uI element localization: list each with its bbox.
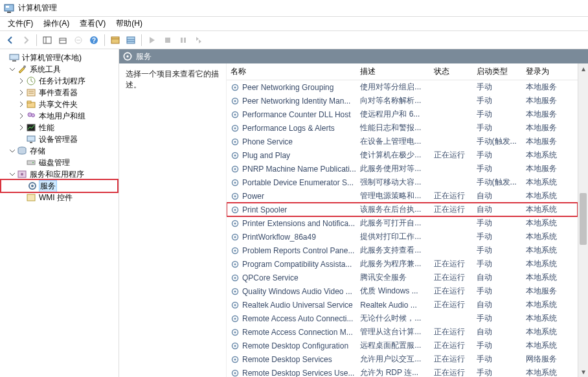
svg-point-67 <box>234 249 236 251</box>
clock-icon <box>26 76 36 86</box>
service-row[interactable]: Portable Device Enumerator S...强制可移动大容..… <box>227 176 578 189</box>
service-start: 自动 <box>473 203 522 216</box>
service-start: 自动 <box>473 298 522 312</box>
expand-icon[interactable] <box>17 76 26 86</box>
twisty-icon <box>17 158 26 167</box>
service-start: 手动 <box>473 339 522 352</box>
service-desc: 使计算机在极少... <box>356 148 430 162</box>
menu-help[interactable]: 帮助(H) <box>111 17 148 30</box>
scroll-down-icon[interactable]: ▾ <box>578 367 588 377</box>
storage-icon <box>17 146 27 156</box>
service-row[interactable]: Remote Desktop Configuration远程桌面配置服...正在… <box>227 339 578 352</box>
service-row[interactable]: Performance Logs & Alerts性能日志和警报...手动本地服… <box>227 121 578 135</box>
tree-performance[interactable]: 性能 <box>38 122 56 133</box>
scroll-thumb[interactable] <box>580 193 587 245</box>
service-row[interactable]: Remote Desktop Services允许用户以交互...正在运行手动网… <box>227 352 578 366</box>
details-view-button[interactable] <box>107 33 123 47</box>
expand-icon[interactable] <box>17 100 26 109</box>
expand-icon[interactable] <box>17 123 26 132</box>
service-row[interactable]: Peer Networking Identity Man...向对等名称解析..… <box>227 94 578 108</box>
export-button[interactable] <box>71 33 86 47</box>
svg-rect-1 <box>6 6 9 8</box>
service-row[interactable]: Remote Access Connection M...管理从这台计算...正… <box>227 325 578 339</box>
col-start-type[interactable]: 启动类型 <box>473 63 522 80</box>
service-row[interactable]: Remote Access Auto Connecti...无论什么时候，...… <box>227 312 578 325</box>
column-headers[interactable]: 名称 描述 状态 启动类型 登录为 <box>227 63 578 80</box>
service-row[interactable]: QPCore Service腾讯安全服务正在运行自动本地系统 <box>227 271 578 284</box>
menu-action[interactable]: 操作(A) <box>38 17 74 30</box>
start-service-button[interactable] <box>144 33 160 47</box>
service-name: Remote Access Auto Connecti... <box>242 314 353 323</box>
tree-local-users[interactable]: 本地用户和组 <box>38 111 87 122</box>
service-name: Quality Windows Audio Video ... <box>242 287 352 296</box>
service-row[interactable]: Peer Networking Grouping使用对等分组启...手动本地服务 <box>227 80 578 95</box>
tree-system-tools[interactable]: 系统工具 <box>28 64 62 75</box>
tree-services-apps[interactable]: 服务和应用程序 <box>28 169 85 180</box>
service-row[interactable]: PNRP Machine Name Publicati...此服务使用对等...… <box>227 162 578 176</box>
expand-icon[interactable] <box>17 88 26 97</box>
service-logon: 本地服务 <box>522 284 578 298</box>
service-desc: 远程桌面配置服... <box>356 339 430 352</box>
svg-rect-17 <box>184 38 186 43</box>
menu-file[interactable]: 文件(F) <box>3 17 38 30</box>
tree-device-manager[interactable]: 设备管理器 <box>38 134 79 145</box>
app-icon <box>4 3 14 14</box>
tree-task-scheduler[interactable]: 任务计划程序 <box>38 76 87 87</box>
expand-icon[interactable] <box>8 146 17 155</box>
service-row[interactable]: PrintWorkflow_86a49提供对打印工作...手动本地系统 <box>227 230 578 244</box>
computer-icon <box>9 52 19 63</box>
properties-button[interactable] <box>55 33 71 47</box>
pause-service-button[interactable] <box>175 33 191 47</box>
vertical-scrollbar[interactable]: ▴ ▾ <box>578 63 588 377</box>
svg-rect-12 <box>127 37 135 43</box>
tree-storage[interactable]: 存储 <box>28 146 47 157</box>
service-row[interactable]: Problem Reports Control Pane...此服务支持查看..… <box>227 244 578 257</box>
svg-point-77 <box>234 317 236 319</box>
col-status[interactable]: 状态 <box>430 63 472 80</box>
expand-icon[interactable] <box>17 111 26 120</box>
tree-root[interactable]: 计算机管理(本地) <box>21 52 83 63</box>
scroll-up-icon[interactable]: ▴ <box>578 63 588 74</box>
tree-event-viewer[interactable]: 事件查看器 <box>38 87 79 98</box>
navigation-tree[interactable]: 计算机管理(本地) 系统工具 任务计划程序 事件查看器 共享文件夹 <box>0 49 119 377</box>
col-logon-as[interactable]: 登录为 <box>522 63 578 80</box>
help-button[interactable]: ? <box>86 33 102 47</box>
gear-icon <box>231 124 240 133</box>
gear-icon <box>231 341 240 350</box>
col-name[interactable]: 名称 <box>227 63 356 80</box>
service-row[interactable]: Remote Desktop Services Use...允许为 RDP 连.… <box>227 366 578 377</box>
expand-icon[interactable] <box>8 170 17 179</box>
service-row[interactable]: Phone Service在设备上管理电...手动(触发...本地服务 <box>227 135 578 148</box>
list-view-button[interactable] <box>123 33 139 47</box>
show-hide-tree-button[interactable] <box>40 33 55 47</box>
svg-point-20 <box>23 65 26 68</box>
expand-icon[interactable] <box>8 65 17 74</box>
menu-view[interactable]: 查看(V) <box>74 17 111 30</box>
twisty-icon[interactable] <box>0 53 9 62</box>
svg-point-53 <box>234 154 236 156</box>
service-row[interactable]: Performance Counter DLL Host使远程用户和 6...手… <box>227 108 578 121</box>
restart-service-button[interactable] <box>191 33 207 47</box>
service-desc: 使用对等分组启... <box>356 80 430 95</box>
device-manager-icon <box>26 134 36 144</box>
forward-button[interactable] <box>18 33 34 47</box>
service-row[interactable]: Print Spooler该服务在后台执...正在运行自动本地系统 <box>227 203 578 216</box>
service-start: 手动(触发... <box>473 135 522 148</box>
service-row[interactable]: Realtek Audio Universal ServiceRealtek A… <box>227 298 578 312</box>
service-row[interactable]: Power管理电源策略和...正在运行自动本地系统 <box>227 189 578 203</box>
svg-rect-19 <box>12 60 16 62</box>
service-row[interactable]: Quality Windows Audio Video ...优质 Window… <box>227 284 578 298</box>
service-row[interactable]: Printer Extensions and Notifica...此服务可打开… <box>227 216 578 230</box>
services-list[interactable]: 名称 描述 状态 启动类型 登录为 Peer Networking Groupi… <box>227 63 578 377</box>
service-row[interactable]: Program Compatibility Assista...此服务为程序兼.… <box>227 257 578 271</box>
tree-services[interactable]: 服务 <box>39 180 57 192</box>
stop-service-button[interactable] <box>160 33 175 47</box>
col-desc[interactable]: 描述 <box>356 63 430 80</box>
service-name: Peer Networking Grouping <box>242 83 334 92</box>
tree-disk-management[interactable]: 磁盘管理 <box>38 157 71 168</box>
service-row[interactable]: Plug and Play使计算机在极少...正在运行手动本地系统 <box>227 148 578 162</box>
service-name: Remote Desktop Services <box>242 355 332 364</box>
tree-shared-folders[interactable]: 共享文件夹 <box>38 99 79 110</box>
back-button[interactable] <box>3 33 18 47</box>
tree-wmi[interactable]: WMI 控件 <box>38 192 74 203</box>
